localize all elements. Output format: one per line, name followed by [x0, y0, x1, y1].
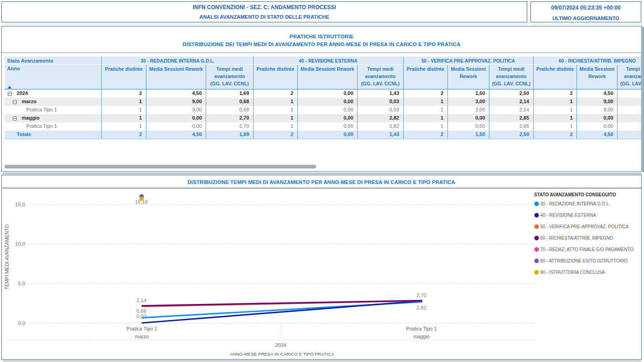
svg-text:Pratica Tipo 1: Pratica Tipo 1	[126, 326, 157, 331]
svg-text:90 - ISTRUTTORIA CONCLUSA: 90 - ISTRUTTORIA CONCLUSA	[540, 270, 605, 275]
svg-text:0,03: 0,03	[136, 314, 146, 319]
svg-text:2024: 2024	[275, 342, 286, 348]
svg-text:0,68: 0,68	[136, 308, 146, 314]
svg-text:80 - ATTRIBUZIONE ESITO ISTRUT: 80 - ATTRIBUZIONE ESITO ISTRUTTORIO	[540, 258, 628, 263]
svg-text:TEMPI MEDI AVANZAMENTO: TEMPI MEDI AVANZAMENTO	[4, 224, 10, 289]
svg-text:5,0: 5,0	[18, 281, 26, 286]
svg-text:30 - REDAZIONE INTERNA G.D.L.: 30 - REDAZIONE INTERNA G.D.L.	[540, 201, 610, 206]
svg-text:STATO AVANZAMENTO CONSEGUITO: STATO AVANZAMENTO CONSEGUITO	[534, 192, 616, 197]
svg-text:15,0: 15,0	[15, 202, 25, 207]
svg-text:60 - RICHIESTA/ATTRIB. IMPEGNO: 60 - RICHIESTA/ATTRIB. IMPEGNO	[540, 236, 613, 241]
svg-text:0,0: 0,0	[18, 320, 26, 326]
svg-text:2,70: 2,70	[416, 293, 426, 298]
svg-text:70 - REDAZ. ATTO FINALE E/O PA: 70 - REDAZ. ATTO FINALE E/O PAGAMENTO	[540, 247, 634, 252]
svg-text:16,18: 16,18	[135, 199, 148, 205]
svg-text:ANNO-MESE PRESA IN CARICO E TI: ANNO-MESE PRESA IN CARICO E TIPO PRATICA	[230, 352, 334, 357]
svg-text:10,0: 10,0	[15, 241, 25, 247]
svg-text:40 - REVISIONE ESTERNA: 40 - REVISIONE ESTERNA	[540, 213, 597, 218]
svg-text:Pratica Tipo 1: Pratica Tipo 1	[406, 326, 436, 331]
svg-text:2,14: 2,14	[136, 298, 146, 303]
svg-text:marzo: marzo	[135, 334, 149, 339]
svg-text:maggio: maggio	[413, 334, 430, 339]
svg-text:50 - VERIFICA PRE-APPROVAZ. PO: 50 - VERIFICA PRE-APPROVAZ. POLITICA	[540, 224, 629, 229]
svg-text:2,82: 2,82	[416, 305, 426, 310]
